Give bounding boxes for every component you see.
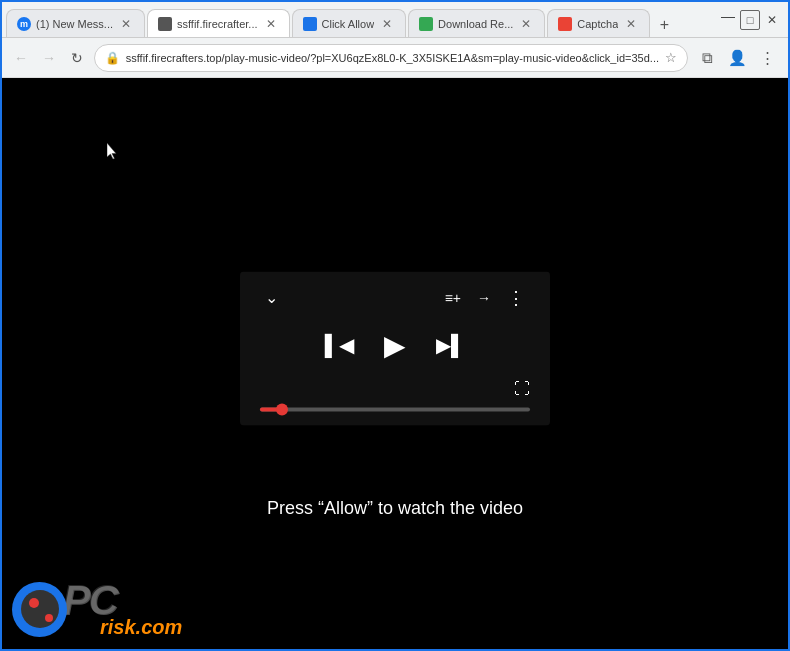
extensions-icon[interactable]: ⧉ [694, 45, 720, 71]
more-options-icon[interactable]: ⋮ [507, 286, 525, 308]
pcrisk-risk-text: risk.com [100, 616, 182, 639]
profile-icon[interactable]: 👤 [724, 45, 750, 71]
pcrisk-dot-2 [45, 614, 53, 622]
progress-fill [260, 407, 282, 411]
play-button[interactable]: ▶ [384, 328, 406, 361]
progress-bar[interactable] [260, 407, 530, 411]
tab-label-ssffif: ssffif.firecrafter... [177, 18, 258, 30]
window-controls: — □ ✕ [718, 2, 788, 37]
star-icon[interactable]: ☆ [665, 50, 677, 65]
tab-close-captcha[interactable]: ✕ [623, 17, 639, 31]
tab-click-allow[interactable]: Click Allow ✕ [292, 9, 407, 37]
menu-icon[interactable]: ⋮ [754, 45, 780, 71]
pcrisk-icon [12, 582, 67, 637]
tab-close-download[interactable]: ✕ [518, 17, 534, 31]
tab-ssffif[interactable]: ssffif.firecrafter... ✕ [147, 9, 290, 37]
share-icon[interactable]: → [477, 289, 491, 305]
page-content: ⌄ ≡+ → ⋮ ▌◀ ▶ ▶▌ ⛶ [2, 78, 788, 649]
mouse-cursor [107, 143, 119, 161]
pcrisk-icon-inner [21, 590, 59, 628]
player-body: ⌄ ≡+ → ⋮ ▌◀ ▶ ▶▌ ⛶ [240, 271, 550, 425]
pcrisk-dot-1 [29, 598, 39, 608]
forward-button[interactable]: → [38, 45, 60, 71]
tab-label-download: Download Re... [438, 18, 513, 30]
previous-track-icon[interactable]: ▌◀ [325, 333, 354, 357]
favicon-click-allow [303, 17, 317, 31]
favicon-captcha [558, 17, 572, 31]
refresh-button[interactable]: ↻ [66, 45, 88, 71]
tab-captcha[interactable]: Captcha ✕ [547, 9, 650, 37]
tab-label-click-allow: Click Allow [322, 18, 375, 30]
progress-dot [276, 403, 288, 415]
address-input[interactable]: 🔒 ssffif.firecrafters.top/play-music-vid… [94, 44, 688, 72]
close-button[interactable]: ✕ [762, 10, 782, 30]
next-track-icon[interactable]: ▶▌ [436, 333, 465, 357]
address-text: ssffif.firecrafters.top/play-music-video… [126, 52, 659, 64]
pcrisk-pc-text: PC [62, 579, 182, 621]
player-top-controls: ⌄ ≡+ → ⋮ [260, 286, 530, 308]
maximize-button[interactable]: □ [740, 10, 760, 30]
favicon-messenger: m [17, 17, 31, 31]
tab-close-click-allow[interactable]: ✕ [379, 17, 395, 31]
player-main-controls: ▌◀ ▶ ▶▌ [260, 328, 530, 361]
pcrisk-logo: PC risk.com [12, 579, 182, 639]
tab-label-messenger: (1) New Mess... [36, 18, 113, 30]
title-bar: m (1) New Mess... ✕ ssffif.firecrafter..… [2, 2, 788, 38]
tab-close-messenger[interactable]: ✕ [118, 17, 134, 31]
tab-download[interactable]: Download Re... ✕ [408, 9, 545, 37]
toolbar-right: ⧉ 👤 ⋮ [694, 45, 780, 71]
chevron-down-icon[interactable]: ⌄ [265, 288, 278, 307]
tabs-area: m (1) New Mess... ✕ ssffif.firecrafter..… [2, 2, 718, 37]
browser-frame: m (1) New Mess... ✕ ssffif.firecrafter..… [0, 0, 790, 651]
favicon-ssffif [158, 17, 172, 31]
tab-close-ssffif[interactable]: ✕ [263, 17, 279, 31]
tab-messenger[interactable]: m (1) New Mess... ✕ [6, 9, 145, 37]
minimize-button[interactable]: — [718, 10, 738, 30]
address-bar: ← → ↻ 🔒 ssffif.firecrafters.top/play-mus… [2, 38, 788, 78]
player-bottom-controls: ⛶ [260, 379, 530, 397]
fullscreen-icon[interactable]: ⛶ [514, 379, 530, 397]
queue-icon[interactable]: ≡+ [445, 289, 461, 305]
video-player: ⌄ ≡+ → ⋮ ▌◀ ▶ ▶▌ ⛶ [240, 271, 550, 425]
back-button[interactable]: ← [10, 45, 32, 71]
new-tab-button[interactable]: + [652, 13, 676, 37]
pcrisk-text: PC risk.com [62, 579, 182, 639]
tab-label-captcha: Captcha [577, 18, 618, 30]
player-ctrl-right: ≡+ → ⋮ [445, 286, 525, 308]
caption-text: Press “Allow” to watch the video [267, 498, 523, 519]
address-icons: ☆ [665, 50, 677, 65]
favicon-download [419, 17, 433, 31]
lock-icon: 🔒 [105, 51, 120, 65]
